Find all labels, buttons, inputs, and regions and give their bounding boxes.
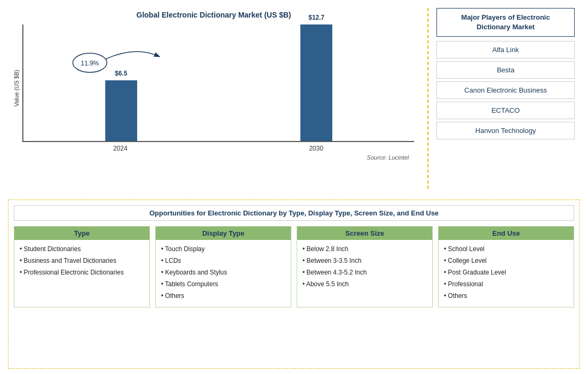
players-title: Major Players of Electronic Dictionary M…	[436, 8, 575, 37]
vertical-separator	[427, 8, 429, 189]
chart-inner: $6.5 $12.7	[22, 24, 414, 152]
category-enduse: End Use School Level College Level Post …	[438, 226, 574, 307]
display-item-4: Others	[161, 291, 285, 301]
category-display-header: Display Type	[156, 227, 291, 240]
svg-text:11.9%: 11.9%	[81, 60, 99, 67]
bar-group-2030: $12.7	[230, 24, 404, 141]
category-screen-header: Screen Size	[297, 227, 432, 240]
x-axis: 2024 2030	[22, 142, 414, 152]
type-item-1: Business and Travel Dictionaries	[20, 256, 144, 265]
categories-grid: Type Student Dictionaries Business and T…	[14, 226, 574, 307]
player-item-4: Hanvon Technology	[436, 122, 575, 139]
category-display: Display Type Touch Display LCDs Keyboard…	[155, 226, 291, 307]
chart-wrapper: Value (US $B) $6.5 $12.7	[13, 24, 414, 152]
type-item-0: Student Dictionaries	[20, 244, 144, 254]
screen-item-0: Below 2.8 Inch	[303, 244, 427, 254]
chart-title: Global Electronic Dictionary Market (US …	[137, 11, 291, 19]
display-item-3: Tablets Computers	[161, 279, 285, 289]
enduse-item-0: School Level	[444, 244, 568, 254]
category-screen-body: Below 2.8 Inch Between 3-3.5 Inch Betwee…	[297, 240, 432, 295]
enduse-item-1: College Level	[444, 256, 568, 265]
category-enduse-body: School Level College Level Post Graduate…	[439, 240, 574, 307]
bars-area: $6.5 $12.7	[22, 24, 414, 142]
x-label-2030: 2030	[229, 145, 404, 152]
chart-area: Global Electronic Dictionary Market (US …	[8, 5, 425, 197]
category-type: Type Student Dictionaries Business and T…	[14, 226, 150, 307]
type-item-2: Professional Electronic Dictionaries	[20, 268, 144, 277]
y-axis-label: Value (US $B)	[13, 70, 20, 107]
display-item-1: LCDs	[161, 256, 285, 265]
player-item-2: Canon Electronic Business	[436, 81, 575, 99]
enduse-item-3: Professional	[444, 279, 568, 289]
category-enduse-header: End Use	[439, 227, 574, 240]
category-type-body: Student Dictionaries Business and Travel…	[14, 240, 149, 284]
category-display-body: Touch Display LCDs Keyboards and Stylus …	[156, 240, 291, 307]
arrow-svg: 11.9%	[66, 40, 183, 83]
bar-2024: $6.5	[105, 80, 137, 141]
enduse-item-2: Post Graduate Level	[444, 268, 568, 277]
player-item-3: ECTACO	[436, 102, 575, 119]
bar-label-2030: $12.7	[308, 14, 324, 21]
category-type-header: Type	[14, 227, 149, 240]
cagr-callout: 11.9%	[66, 40, 183, 85]
category-screen: Screen Size Below 2.8 Inch Between 3-3.5…	[297, 226, 433, 307]
display-item-0: Touch Display	[161, 244, 285, 254]
player-item-1: Besta	[436, 61, 575, 79]
player-item-0: Alfa Link	[436, 41, 575, 59]
source-text: Source: Lucintel	[13, 154, 414, 161]
top-section: Global Electronic Dictionary Market (US …	[8, 5, 580, 197]
enduse-item-4: Others	[444, 291, 568, 301]
x-label-2024: 2024	[33, 145, 208, 152]
display-item-2: Keyboards and Stylus	[161, 268, 285, 277]
screen-item-2: Between 4.3-5.2 Inch	[303, 268, 427, 277]
screen-item-3: Above 5.5 Inch	[303, 279, 427, 289]
bar-2030: $12.7	[300, 24, 332, 141]
players-panel: Major Players of Electronic Dictionary M…	[431, 5, 580, 197]
opportunities-title: Opportunities for Electronic Dictionary …	[14, 205, 574, 221]
screen-item-1: Between 3-3.5 Inch	[303, 256, 427, 265]
bottom-section: Opportunities for Electronic Dictionary …	[8, 200, 580, 369]
main-container: Global Electronic Dictionary Market (US …	[0, 0, 588, 374]
